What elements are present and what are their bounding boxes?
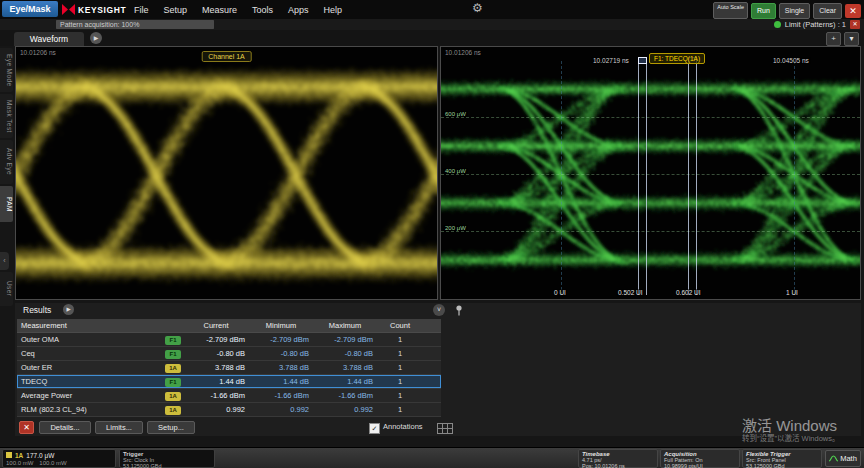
zoom-controls: + ▾ — [826, 32, 859, 46]
col-minimum[interactable]: Minimum — [249, 319, 313, 332]
threshold-line-upper — [441, 117, 860, 118]
flexible-trigger-rate: 53.125000 GBd — [746, 463, 818, 468]
menu-file[interactable]: File — [134, 5, 149, 15]
col-measurement[interactable]: Measurement — [17, 319, 163, 332]
results-table: Measurement Current Minimum Maximum Coun… — [17, 319, 441, 417]
cursor-time-right: 10.04505 ns — [771, 57, 811, 64]
autoscale-button[interactable]: Auto Scale — [713, 2, 748, 19]
trigger-rate: 53.125000 GBd — [123, 463, 211, 468]
pattern-acquisition-label: Pattern acquisition: 100% — [60, 20, 139, 29]
results-title: Results — [23, 305, 51, 315]
annotations-label: Annotations — [383, 422, 423, 431]
cursor-handle[interactable] — [638, 57, 647, 64]
table-row[interactable]: Outer ER 1A 3.788 dB 3.788 dB 3.788 dB 1 — [17, 361, 441, 375]
delete-measurement-button[interactable]: ✕ — [19, 421, 34, 434]
tab-waveform[interactable]: Waveform — [14, 32, 84, 46]
menu-apps[interactable]: Apps — [288, 5, 309, 15]
flexdca-app: Eye/Mask KEYSIGHT File Setup Measure Too… — [0, 0, 864, 468]
limit-status-icon — [774, 21, 781, 28]
tdecq-tag[interactable]: F1: TDECQ(1A) — [649, 53, 705, 64]
sidebar-item-user[interactable]: User — [0, 272, 13, 306]
results-buttons: ✕ Details... Limits... Setup... ✓ Annota… — [17, 421, 441, 435]
timebase-position: Pos: 10.01206 ns — [582, 463, 654, 468]
channel-tag[interactable]: Channel 1A — [201, 51, 252, 62]
menu-tools[interactable]: Tools — [252, 5, 273, 15]
source-badge: F1 — [165, 350, 181, 359]
tdecq-cursor-left[interactable] — [638, 63, 647, 295]
single-button[interactable]: Single — [779, 3, 810, 19]
acquisition-block[interactable]: Acquisition Full Pattern: On 10.98999 pt… — [660, 449, 740, 468]
eye-diagram-green — [441, 47, 860, 299]
play-icon[interactable]: ▶ — [90, 32, 102, 44]
threshold-line-middle — [441, 174, 860, 175]
channel-power-block[interactable]: 1A 177.0 μW 100.0 mW 100.0 mW — [2, 449, 116, 468]
channel-color-icon — [6, 452, 12, 458]
acquisition-points: 10.98999 pts/UI — [664, 463, 736, 468]
limit-label: Limit (Patterns) : 1 — [785, 20, 846, 29]
col-current[interactable]: Current — [183, 319, 249, 332]
status-row: Pattern acquisition: 100% Limit (Pattern… — [0, 19, 864, 30]
gridline-1ui — [794, 61, 795, 295]
setup-button[interactable]: Setup... — [147, 421, 195, 434]
source-badge: 1A — [165, 392, 181, 401]
col-source — [163, 319, 183, 332]
menu-setup[interactable]: Setup — [164, 5, 188, 15]
annotations-checkbox[interactable]: ✓ — [369, 423, 380, 434]
source-badge: 1A — [165, 406, 181, 415]
ui-label-0502: 0.502 UI — [617, 289, 644, 296]
table-header-row: Measurement Current Minimum Maximum Coun… — [17, 319, 441, 333]
sidebar-item-adv-eye[interactable]: Adv Eye — [0, 140, 13, 184]
run-controls: Auto Scale Run Single Clear ✕ — [713, 2, 861, 19]
waveform-icon — [829, 455, 838, 463]
sidebar-collapse-icon[interactable]: ‹ — [0, 252, 9, 270]
cursor-time-mid: 10.02719 ns — [591, 57, 631, 64]
mode-button[interactable]: Eye/Mask — [2, 1, 58, 17]
col-maximum[interactable]: Maximum — [313, 319, 377, 332]
limits-button[interactable]: Limits... — [95, 421, 143, 434]
table-row-selected[interactable]: TDECQ F1 1.44 dB 1.44 dB 1.44 dB 1 — [17, 375, 441, 389]
col-count[interactable]: Count — [377, 319, 423, 332]
chevron-down-icon[interactable]: ˅ — [433, 304, 445, 316]
pin-icon[interactable] — [455, 305, 463, 316]
channel3-power: 100.0 mW — [39, 460, 66, 466]
menu-help[interactable]: Help — [324, 5, 343, 15]
keysight-logo-icon — [62, 3, 75, 16]
expand-icon[interactable]: ▾ — [844, 32, 859, 46]
results-panel: Results ▶ ˅ Measurement Current Minimum … — [15, 303, 861, 436]
tdecq-cursor-right[interactable] — [688, 63, 697, 295]
menu-measure[interactable]: Measure — [202, 5, 237, 15]
gear-icon[interactable]: ⚙ — [472, 1, 483, 15]
right-panel-time: 10.01206 ns — [445, 49, 481, 56]
timebase-block[interactable]: Timebase 4.71 ps/ Pos: 10.01206 ns — [578, 449, 658, 468]
table-row[interactable]: RLM (802.3 CL_94) 1A 0.992 0.992 0.992 1 — [17, 403, 441, 417]
source-badge: F1 — [165, 336, 181, 345]
math-button[interactable]: Math — [825, 450, 861, 467]
gridline-0ui — [561, 61, 562, 295]
threshold-label-upper: 600 μW — [443, 111, 468, 117]
sidebar-item-eye-mode[interactable]: Eye Mode — [0, 48, 13, 92]
sidebar-item-mask-test[interactable]: Mask Test — [0, 94, 13, 138]
menubar: Eye/Mask KEYSIGHT File Setup Measure Too… — [0, 0, 864, 20]
flexible-trigger-block[interactable]: Flexible Trigger Src: Front Panel 53.125… — [742, 449, 822, 468]
zoom-in-icon[interactable]: + — [826, 32, 841, 46]
table-row[interactable]: Ceq F1 -0.80 dB -0.80 dB -0.80 dB 1 — [17, 347, 441, 361]
sidebar-item-pam[interactable]: PAM — [0, 186, 13, 222]
table-row[interactable]: Average Power 1A -1.66 dBm -1.66 dBm -1.… — [17, 389, 441, 403]
acquisition-status-blocks: Timebase 4.71 ps/ Pos: 10.01206 ns Acqui… — [578, 449, 822, 468]
results-play-icon[interactable]: ▶ — [63, 304, 74, 315]
details-button[interactable]: Details... — [39, 421, 91, 434]
keyboard-grid-icon[interactable] — [437, 423, 453, 434]
limit-close-icon[interactable]: ✕ — [850, 20, 860, 29]
trigger-block[interactable]: Trigger Src: Clock In 53.125000 GBd — [119, 449, 215, 468]
table-row[interactable]: Outer OMA F1 -2.709 dBm -2.709 dBm -2.70… — [17, 333, 441, 347]
close-icon[interactable]: ✕ — [845, 4, 861, 18]
tab-row: Waveform ▶ + ▾ — [0, 30, 864, 46]
left-panel-time: 10.01206 ns — [20, 49, 56, 56]
channel2-power: 100.0 mW — [6, 460, 33, 466]
clear-button[interactable]: Clear — [813, 3, 842, 19]
threshold-line-lower — [441, 231, 860, 232]
channel-power: 177.0 μW — [26, 452, 54, 459]
run-button[interactable]: Run — [751, 3, 776, 19]
eye-panel-channel[interactable]: 10.01206 ns Channel 1A — [15, 46, 438, 300]
eye-panel-tdecq[interactable]: 600 μW 400 μW 200 μW 10.01206 ns 10.0271… — [440, 46, 861, 300]
